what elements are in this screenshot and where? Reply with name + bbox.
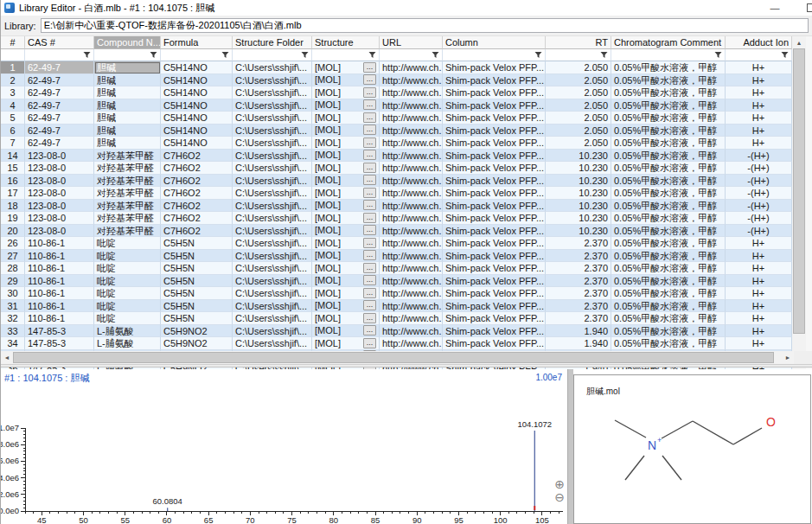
structure-browse-button[interactable]: ... <box>363 200 376 210</box>
horizontal-scroll-thumb[interactable] <box>13 352 774 363</box>
cell-compound[interactable]: 吡啶 <box>94 250 161 263</box>
cell-structure[interactable]: [MOL] ... <box>312 212 380 225</box>
cell-column[interactable]: Shim-pack Velox PFP... <box>443 337 546 350</box>
cell-rt[interactable]: 10.230 <box>546 200 611 213</box>
horizontal-scrollbar[interactable]: ◄ ► <box>1 351 812 364</box>
cell-column[interactable]: Shim-pack Velox PFP... <box>443 325 546 338</box>
cell-comment[interactable]: 0.05%甲酸水溶液，甲醇 <box>611 300 726 313</box>
filter-funnel-icon[interactable] <box>368 51 376 59</box>
filter-cell-formula[interactable] <box>161 49 233 61</box>
cell-adduct[interactable]: H+ <box>726 137 792 150</box>
cell-column[interactable]: Shim-pack Velox PFP... <box>443 312 546 325</box>
cell-adduct[interactable]: -(H+) <box>726 200 792 213</box>
scroll-right-icon[interactable]: ► <box>782 351 794 364</box>
cell-cas[interactable]: 110-86-1 <box>25 300 94 313</box>
cell-formula[interactable]: C5H5N <box>161 250 233 263</box>
cell-adduct[interactable]: H+ <box>726 262 792 275</box>
cell-formula[interactable]: C7H6O2 <box>161 175 233 188</box>
zoom-out-icon[interactable]: ⊖ <box>552 491 567 504</box>
structure-browse-button[interactable]: ... <box>363 74 376 85</box>
filter-funnel-icon[interactable] <box>534 51 542 59</box>
cell-cas[interactable]: 62-49-7 <box>25 74 94 87</box>
cell-cas[interactable]: 62-49-7 <box>25 112 94 125</box>
cell-comment[interactable]: 0.05%甲酸水溶液，甲醇 <box>611 86 726 99</box>
cell-cas[interactable]: 110-86-1 <box>25 250 94 263</box>
filter-cell-comment[interactable] <box>611 49 726 61</box>
filter-cell-url[interactable] <box>380 49 443 61</box>
cell-comment[interactable]: 0.05%甲酸水溶液，甲醇 <box>611 187 726 200</box>
cell-rt[interactable]: 1.940 <box>546 325 611 338</box>
cell-column[interactable]: Shim-pack Velox PFP... <box>443 275 546 288</box>
cell-url[interactable]: http://www.ch... <box>380 86 443 99</box>
cell-folder[interactable]: C:\Users\sshjif\... <box>233 187 312 200</box>
cell-num[interactable]: 19 <box>1 212 25 225</box>
molecule-panel[interactable]: 胆碱.mol N + O <box>573 374 811 524</box>
cell-compound[interactable]: 对羟基苯甲醛 <box>94 225 161 238</box>
filter-cell-adduct[interactable] <box>726 49 792 61</box>
cell-rt[interactable]: 10.230 <box>546 175 611 188</box>
cell-compound[interactable]: 对羟基苯甲醛 <box>94 187 161 200</box>
cell-url[interactable]: http://www.ch... <box>380 125 443 137</box>
cell-folder[interactable]: C:\Users\sshjif\... <box>233 137 312 150</box>
cell-formula[interactable]: C7H6O2 <box>161 162 233 175</box>
filter-funnel-icon[interactable] <box>83 51 91 59</box>
cell-url[interactable]: http://www.ch... <box>380 250 443 263</box>
cell-compound[interactable]: 胆碱 <box>94 112 161 125</box>
cell-compound[interactable]: 吡啶 <box>94 312 161 325</box>
structure-browse-button[interactable]: ... <box>363 338 376 348</box>
cell-comment[interactable]: 0.05%甲酸水溶液，甲醇 <box>611 61 726 74</box>
column-header-comment[interactable]: Chromatogram Comment <box>611 36 726 49</box>
scroll-up-icon[interactable]: ▲ <box>792 36 806 48</box>
cell-folder[interactable]: C:\Users\sshjif\... <box>233 287 312 300</box>
cell-adduct[interactable]: -(H+) <box>726 150 792 163</box>
cell-column[interactable]: Shim-pack Velox PFP... <box>443 200 546 213</box>
cell-comment[interactable]: 0.05%甲酸水溶液，甲醇 <box>611 99 726 112</box>
cell-num[interactable]: 2 <box>1 74 25 87</box>
cell-compound[interactable]: L-脯氨酸 <box>94 325 161 338</box>
cell-structure[interactable]: [MOL] ... <box>312 250 380 263</box>
cell-folder[interactable]: C:\Users\sshjif\... <box>233 250 312 263</box>
cell-formula[interactable]: C7H6O2 <box>161 225 233 238</box>
cell-compound[interactable]: 对羟基苯甲醛 <box>94 162 161 175</box>
cell-formula[interactable]: C7H6O2 <box>161 150 233 163</box>
panel-splitter[interactable] <box>1 364 812 367</box>
vertical-scroll-thumb[interactable] <box>793 48 805 334</box>
cell-column[interactable]: Shim-pack Velox PFP... <box>443 237 546 250</box>
cell-folder[interactable]: C:\Users\sshjif\... <box>233 300 312 313</box>
cell-column[interactable]: Shim-pack Velox PFP... <box>443 61 546 74</box>
cell-cas[interactable]: 62-49-7 <box>25 125 94 137</box>
cell-adduct[interactable]: H+ <box>726 99 792 112</box>
filter-cell-folder[interactable] <box>233 49 312 61</box>
cell-rt[interactable]: 10.230 <box>546 162 611 175</box>
cell-adduct[interactable]: H+ <box>726 325 792 338</box>
cell-folder[interactable]: C:\Users\sshjif\... <box>233 125 312 137</box>
cell-compound[interactable]: L-脯氨酸 <box>94 337 161 350</box>
structure-browse-button[interactable]: ... <box>363 163 376 173</box>
cell-url[interactable]: http://www.ch... <box>380 137 443 150</box>
cell-folder[interactable]: C:\Users\sshjif\... <box>233 74 312 87</box>
cell-num[interactable]: 4 <box>1 99 25 112</box>
panel-divider[interactable] <box>567 369 573 524</box>
cell-comment[interactable]: 0.05%甲酸水溶液，甲醇 <box>611 275 726 288</box>
cell-rt[interactable]: 2.050 <box>546 137 611 150</box>
cell-rt[interactable]: 2.370 <box>546 300 611 313</box>
cell-comment[interactable]: 0.05%甲酸水溶液，甲醇 <box>611 212 726 225</box>
cell-adduct[interactable]: H+ <box>726 74 792 87</box>
structure-browse-button[interactable]: ... <box>363 238 376 248</box>
cell-rt[interactable]: 2.050 <box>546 74 611 87</box>
structure-browse-button[interactable]: ... <box>363 175 376 185</box>
cell-formula[interactable]: C5H14NO <box>161 74 233 87</box>
cell-adduct[interactable]: H+ <box>726 312 792 325</box>
cell-cas[interactable]: 110-86-1 <box>25 237 94 250</box>
cell-comment[interactable]: 0.05%甲酸水溶液，甲醇 <box>611 125 726 137</box>
structure-browse-button[interactable]: ... <box>363 288 376 298</box>
cell-adduct[interactable]: H+ <box>726 337 792 350</box>
cell-url[interactable]: http://www.ch... <box>380 99 443 112</box>
cell-adduct[interactable]: H+ <box>726 275 792 288</box>
cell-compound[interactable]: 吡啶 <box>94 287 161 300</box>
cell-cas[interactable]: 62-49-7 <box>25 99 94 112</box>
cell-comment[interactable]: 0.05%甲酸水溶液，甲醇 <box>611 175 726 188</box>
column-header-folder[interactable]: Structure Folder <box>233 36 312 49</box>
cell-cas[interactable]: 110-86-1 <box>25 262 94 275</box>
cell-structure[interactable]: [MOL] ... <box>312 86 380 99</box>
